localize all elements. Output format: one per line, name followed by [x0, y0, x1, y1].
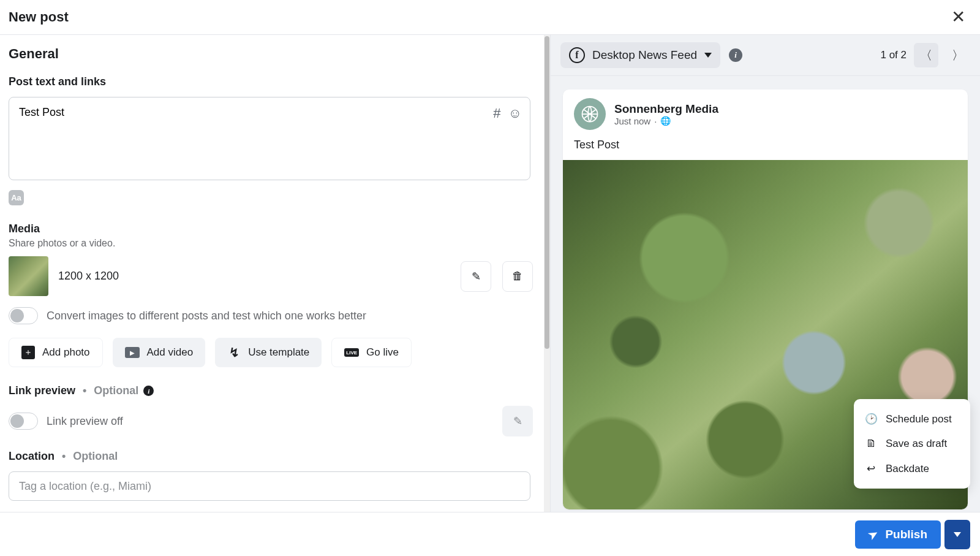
link-preview-state: Link preview off	[47, 415, 123, 428]
publish-button[interactable]: ➤ Publish	[855, 520, 941, 549]
chevron-down-icon	[954, 532, 961, 537]
edit-link-preview-button[interactable]: ✎	[502, 406, 533, 436]
meta-separator: ·	[654, 116, 657, 126]
post-text-input[interactable]	[9, 97, 530, 180]
feed-selector[interactable]: f Desktop News Feed	[560, 42, 720, 68]
location-label: Location • Optional	[9, 450, 533, 463]
use-template-button[interactable]: ↯ Use template	[215, 338, 322, 367]
section-heading-general: General	[9, 46, 533, 62]
media-label: Media	[9, 223, 533, 235]
media-thumbnail[interactable]	[9, 256, 48, 296]
backdate-label: Backdate	[886, 463, 929, 475]
post-time: Just now	[614, 116, 650, 126]
publish-more-button[interactable]	[944, 520, 970, 549]
publish-label: Publish	[885, 528, 927, 541]
preview-info-icon[interactable]: i	[729, 48, 742, 62]
page-avatar	[574, 98, 606, 130]
add-photo-button[interactable]: ＋ Add photo	[9, 338, 103, 367]
save-draft-label: Save as draft	[886, 438, 947, 450]
document-icon: 🗎	[865, 438, 877, 450]
pencil-icon: ✎	[513, 414, 522, 428]
backdate-item[interactable]: ↩︎ Backdate	[854, 456, 970, 481]
close-button[interactable]: ✕	[948, 9, 969, 26]
chevron-down-icon	[704, 53, 712, 58]
media-dimensions: 1200 x 1200	[58, 270, 119, 283]
feed-selector-label: Desktop News Feed	[592, 48, 697, 62]
preview-prev-button[interactable]: 〈	[914, 43, 938, 67]
preview-next-button[interactable]: 〉	[946, 43, 970, 67]
clock-icon: 🕑	[865, 413, 877, 425]
hashtag-icon[interactable]: #	[493, 105, 500, 121]
video-icon: ▶	[125, 347, 140, 358]
template-icon: ↯	[227, 347, 241, 358]
scrollbar[interactable]	[544, 35, 550, 513]
go-live-label: Go live	[366, 346, 399, 359]
chevron-left-icon: 〈	[920, 47, 932, 64]
schedule-post-item[interactable]: 🕑 Schedule post	[854, 406, 970, 432]
globe-icon: 🌐	[660, 116, 671, 126]
preview-pane: f Desktop News Feed i 1 of 2 〈 〉	[550, 35, 980, 556]
media-sublabel: Share photos or a video.	[9, 238, 533, 249]
photo-plus-icon: ＋	[21, 346, 35, 359]
convert-images-label: Convert images to different posts and te…	[47, 310, 366, 322]
avatar-logo-icon	[581, 105, 599, 123]
close-icon: ✕	[951, 7, 965, 26]
pencil-icon: ✎	[472, 270, 481, 283]
convert-images-toggle[interactable]	[9, 307, 38, 324]
live-icon: LIVE	[344, 348, 359, 357]
edit-media-button[interactable]: ✎	[461, 261, 491, 292]
preview-post-text: Test Post	[563, 136, 968, 160]
compose-pane: General Post text and links # ☺ Aa Media…	[0, 35, 550, 556]
save-draft-item[interactable]: 🗎 Save as draft	[854, 432, 970, 456]
add-video-button[interactable]: ▶ Add video	[113, 338, 206, 367]
link-preview-label: Link preview • Optional i	[9, 384, 533, 397]
trash-icon: 🗑	[512, 270, 523, 283]
use-template-label: Use template	[248, 346, 309, 359]
modal-footer: ➤ Publish	[0, 512, 980, 556]
add-video-label: Add video	[147, 346, 194, 359]
scrollbar-thumb[interactable]	[545, 36, 549, 349]
emoji-icon[interactable]: ☺	[508, 105, 522, 121]
backdate-icon: ↩︎	[865, 462, 877, 475]
link-preview-toggle[interactable]	[9, 413, 38, 430]
info-icon[interactable]: i	[143, 386, 154, 396]
location-input[interactable]	[9, 471, 530, 501]
post-text-label: Post text and links	[9, 75, 533, 88]
chevron-right-icon: 〉	[952, 47, 964, 64]
facebook-icon: f	[569, 47, 585, 63]
media-item-row: 1200 x 1200 ✎ 🗑	[9, 256, 533, 296]
publish-options-menu: 🕑 Schedule post 🗎 Save as draft ↩︎ Backd…	[854, 399, 970, 489]
preview-pager: 1 of 2	[880, 49, 907, 61]
go-live-button[interactable]: LIVE Go live	[331, 338, 412, 367]
page-name: Sonnenberg Media	[614, 102, 718, 116]
modal-title: New post	[9, 9, 69, 25]
schedule-post-label: Schedule post	[886, 413, 952, 425]
paper-plane-icon: ➤	[866, 526, 881, 543]
delete-media-button[interactable]: 🗑	[502, 261, 533, 292]
text-background-button[interactable]: Aa	[9, 190, 24, 205]
add-photo-label: Add photo	[42, 346, 90, 359]
